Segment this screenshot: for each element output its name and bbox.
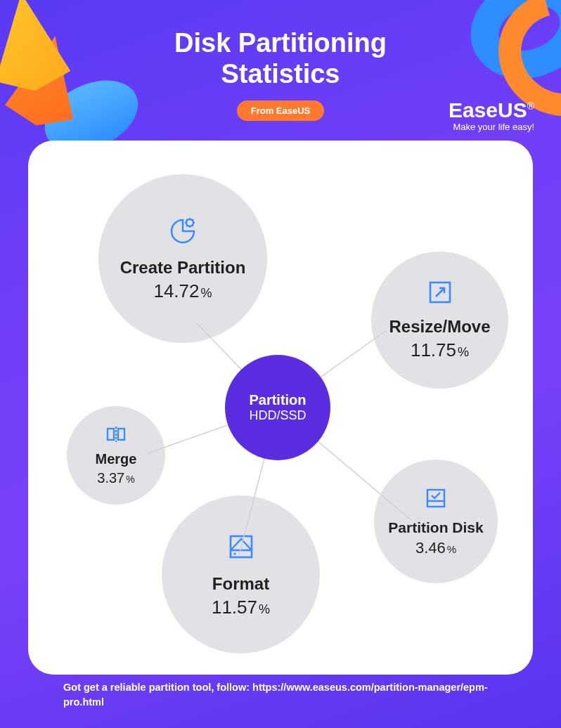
- node-create-partition: Create Partition 14.72%: [98, 174, 267, 343]
- footer-text: Got get a reliable partition tool, follo…: [63, 680, 505, 710]
- title-line2: Statistics: [221, 59, 340, 89]
- node-resize-move: Resize/Move 11.75%: [371, 252, 508, 389]
- source-badge: From EaseUS: [237, 100, 325, 121]
- center-node: Partition HDD/SSD: [225, 355, 330, 460]
- node-value: 11.75%: [411, 339, 469, 361]
- title-line1: Disk Partitioning: [174, 28, 387, 58]
- drive-format-icon: [225, 531, 257, 566]
- resize-arrow-icon: [427, 279, 453, 308]
- node-merge: Merge 3.37%: [67, 406, 165, 505]
- brand-name-text: EaseUS: [449, 98, 527, 122]
- node-label: Format: [212, 574, 269, 594]
- svg-rect-13: [427, 490, 444, 507]
- brand-tagline: Make your life easy!: [449, 122, 534, 132]
- page-title: Disk Partitioning Statistics: [0, 28, 561, 89]
- node-value: 11.57%: [212, 597, 270, 618]
- center-line2: HDD/SSD: [249, 408, 306, 423]
- registered-mark: ®: [527, 100, 534, 112]
- node-format: Format 11.57%: [162, 495, 320, 654]
- svg-rect-8: [118, 429, 124, 440]
- node-label: Create Partition: [120, 258, 246, 278]
- brand-block: EaseUS® Make your life easy!: [449, 98, 534, 132]
- svg-point-12: [233, 552, 236, 554]
- center-line1: Partition: [249, 392, 306, 408]
- node-label: Merge: [96, 451, 137, 467]
- node-value: 14.72%: [153, 280, 212, 302]
- disk-check-icon: [423, 486, 449, 514]
- node-label: Resize/Move: [389, 317, 490, 337]
- node-value: 3.46%: [415, 539, 456, 557]
- diagram-card: Create Partition 14.72% Resize/Move 11.7…: [28, 141, 533, 675]
- brand-name: EaseUS®: [449, 98, 534, 122]
- node-label: Partition Disk: [388, 519, 483, 536]
- node-value: 3.37%: [97, 470, 134, 486]
- pie-gear-icon: [167, 216, 198, 249]
- merge-icon: [105, 424, 127, 447]
- node-partition-disk: Partition Disk 3.46%: [374, 460, 498, 583]
- svg-rect-7: [108, 429, 114, 440]
